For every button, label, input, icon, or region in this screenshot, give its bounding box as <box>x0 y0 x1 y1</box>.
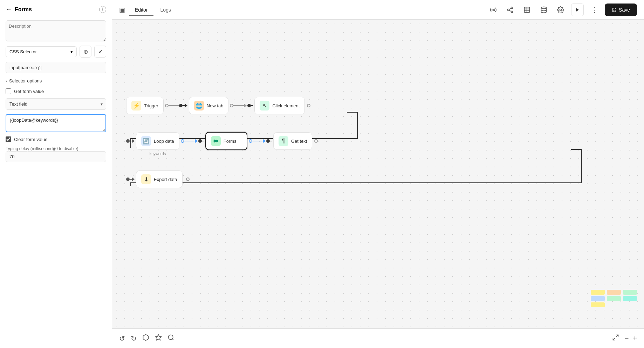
tab-editor[interactable]: Editor <box>129 4 153 16</box>
clear-form-value-checkbox[interactable] <box>6 136 11 142</box>
tab-logs[interactable]: Logs <box>155 4 177 16</box>
database-icon-btn[interactable] <box>537 4 550 16</box>
topbar-right: ⋮ Save <box>487 4 637 16</box>
antenna-icon-btn[interactable] <box>487 4 500 16</box>
click-element-label: Click element <box>272 103 300 108</box>
get-form-value-checkbox[interactable] <box>6 88 11 94</box>
get-form-value-row: Get form value <box>6 88 106 94</box>
click-element-node[interactable]: ↖ Click element <box>254 97 305 114</box>
get-text-node[interactable]: ¶ Get text <box>273 132 313 150</box>
minimap-row-3 <box>591 302 637 307</box>
click-element-end-dot <box>307 104 310 107</box>
typing-delay-section: Typing delay (millisecond)(0 to disable) <box>6 146 106 162</box>
svg-line-15 <box>172 339 174 340</box>
get-text-icon: ¶ <box>279 136 288 146</box>
forms-icon: ⇔ <box>211 136 221 146</box>
svg-point-14 <box>169 335 173 340</box>
export-data-node[interactable]: ⬇ Export data <box>136 170 183 188</box>
svg-line-16 <box>616 335 618 337</box>
check-icon-btn[interactable]: ✔ <box>94 46 106 58</box>
connector-forms-gettext <box>247 139 272 143</box>
zoom-in-icon[interactable]: + <box>633 334 637 342</box>
minimap-row-2 <box>591 296 637 301</box>
minimap <box>591 290 637 307</box>
bottom-toolbar-left: ↺ ↻ <box>119 334 174 343</box>
loop-data-node[interactable]: 🔄 Loop data keywords <box>136 132 179 150</box>
more-options-button[interactable]: ⋮ <box>588 4 601 16</box>
minimap-block-orange <box>607 290 621 295</box>
selector-input[interactable] <box>6 62 106 73</box>
css-selector-dropdown[interactable]: CSS Selector ▾ <box>6 46 77 57</box>
save-label: Save <box>619 7 630 13</box>
sidebar: ← Forms ℹ CSS Selector ▾ ⊕ ✔ › Selector … <box>0 0 112 348</box>
zoom-out-icon[interactable]: − <box>625 334 629 342</box>
connector-trigger-newtab <box>164 103 187 108</box>
bottom-toolbar-right: − + <box>612 334 637 343</box>
sidebar-header: ← Forms ℹ <box>6 6 106 16</box>
new-tab-node[interactable]: 🌐 New tab <box>189 97 229 114</box>
back-button[interactable]: ← <box>6 6 12 13</box>
minimap-block-green2 <box>607 296 621 301</box>
target-icon-btn[interactable]: ⊕ <box>80 46 91 58</box>
text-field-select[interactable]: Text field <box>6 98 106 110</box>
text-field-select-wrapper: Text field ▾ <box>6 98 106 110</box>
redo-icon[interactable]: ↻ <box>131 334 137 343</box>
loop-data-label: Loop data <box>154 139 174 144</box>
svg-marker-13 <box>156 335 162 340</box>
flow-canvas[interactable]: ⚡ Trigger 🌐 New tab <box>112 20 644 328</box>
undo-icon[interactable]: ↺ <box>119 334 125 343</box>
svg-line-4 <box>509 10 511 11</box>
sidebar-page-title: Forms <box>15 6 32 13</box>
forms-label: Forms <box>224 139 237 144</box>
settings-icon-btn[interactable] <box>554 4 567 16</box>
table-icon-btn[interactable] <box>521 4 533 16</box>
selector-options-row[interactable]: › Selector options <box>6 78 106 84</box>
sparkle-icon[interactable] <box>155 334 162 343</box>
sidebar-title: ← Forms <box>6 6 32 13</box>
flow-lines-svg <box>112 20 644 328</box>
get-form-value-label: Get form value <box>14 89 44 94</box>
loop-data-sub-label: keywords <box>150 152 166 156</box>
fullscreen-icon[interactable] <box>612 334 619 343</box>
selector-row: CSS Selector ▾ ⊕ ✔ <box>6 46 106 58</box>
trigger-label: Trigger <box>144 103 158 108</box>
svg-point-3 <box>511 11 513 13</box>
minimap-block-blue <box>591 296 605 301</box>
forms-node[interactable]: ⇔ Forms <box>205 132 247 150</box>
get-text-label: Get text <box>291 139 307 144</box>
svg-point-0 <box>493 9 494 10</box>
click-element-icon: ↖ <box>260 101 269 111</box>
description-input[interactable] <box>6 20 106 41</box>
run-button[interactable] <box>571 4 584 16</box>
loop-start-dot <box>126 139 130 143</box>
loop-data-icon: 🔄 <box>141 136 151 146</box>
css-selector-label: CSS Selector <box>9 49 37 54</box>
typing-delay-input[interactable] <box>6 151 106 162</box>
svg-line-17 <box>613 338 615 340</box>
connector-loop-forms <box>179 139 204 143</box>
sidebar-toggle-icon[interactable]: ▣ <box>119 6 125 14</box>
connector-newtab-click <box>228 103 253 108</box>
svg-point-1 <box>511 7 513 8</box>
topbar: ▣ Editor Logs ⋮ <box>112 0 644 20</box>
minimap-row-1 <box>591 290 637 295</box>
search-icon[interactable] <box>167 334 174 343</box>
save-button[interactable]: Save <box>605 4 637 16</box>
text-field-input[interactable]: {{loopData@keywords}} <box>6 114 106 132</box>
selector-options-label: Selector options <box>9 78 42 83</box>
export-end-dot <box>186 178 190 181</box>
main-area: ▣ Editor Logs ⋮ <box>112 0 644 348</box>
svg-line-5 <box>509 8 511 9</box>
svg-rect-6 <box>525 7 530 12</box>
chevron-right-icon: › <box>6 79 7 83</box>
bottom-toolbar: ↺ ↻ − + <box>112 328 644 348</box>
minimap-block-green <box>623 290 637 295</box>
new-tab-label: New tab <box>207 103 224 108</box>
trigger-icon: ⚡ <box>131 101 141 111</box>
svg-point-10 <box>541 7 547 8</box>
cube-icon[interactable] <box>142 334 149 343</box>
info-icon[interactable]: ℹ <box>99 6 106 13</box>
share-icon-btn[interactable] <box>504 4 516 16</box>
trigger-node[interactable]: ⚡ Trigger <box>126 97 164 114</box>
new-tab-icon: 🌐 <box>194 101 204 111</box>
